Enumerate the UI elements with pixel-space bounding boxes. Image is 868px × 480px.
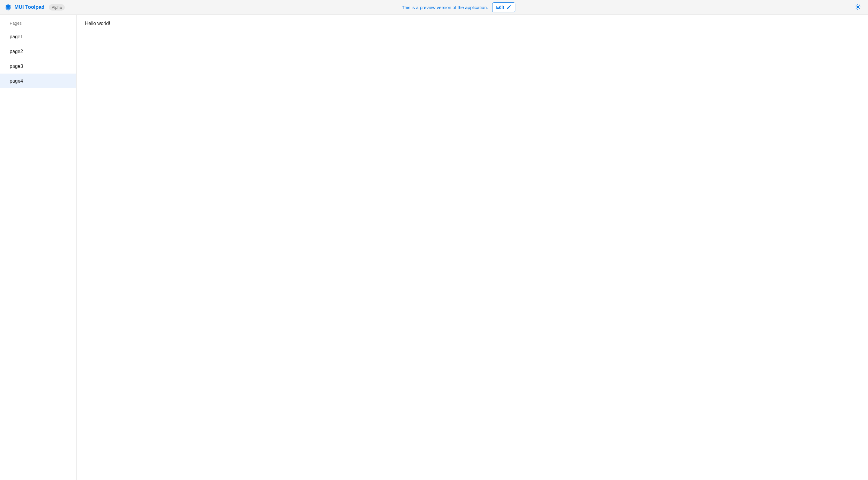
- brand-title: MUI Toolpad: [14, 4, 44, 10]
- svg-line-4: [859, 8, 860, 9]
- sidebar-item-page3[interactable]: page3: [0, 59, 76, 73]
- hello-text: Hello world!: [85, 21, 860, 26]
- preview-message: This is a preview version of the applica…: [402, 5, 488, 10]
- theme-toggle-button[interactable]: [852, 2, 863, 13]
- header: MUI Toolpad Alpha This is a preview vers…: [0, 0, 868, 15]
- main-content: Hello world!: [76, 15, 868, 480]
- edit-button-label: Edit: [496, 5, 504, 10]
- sidebar-item-label: page2: [10, 49, 23, 54]
- header-left: MUI Toolpad Alpha: [5, 4, 65, 10]
- sidebar-section-title: Pages: [0, 19, 76, 29]
- sun-icon: [855, 4, 861, 11]
- alpha-chip: Alpha: [49, 4, 65, 10]
- sidebar: Pages page1 page2 page3 page4: [0, 15, 76, 480]
- svg-line-8: [859, 5, 860, 5]
- sidebar-item-page4[interactable]: page4: [0, 73, 76, 88]
- sidebar-item-label: page4: [10, 79, 23, 84]
- svg-line-3: [856, 5, 856, 5]
- svg-line-7: [856, 8, 856, 9]
- header-center: This is a preview version of the applica…: [65, 2, 852, 12]
- svg-point-0: [857, 6, 859, 8]
- header-right: [852, 2, 863, 13]
- toolpad-logo-icon: [5, 4, 11, 10]
- edit-pencil-icon: [507, 4, 512, 10]
- sidebar-item-label: page3: [10, 64, 23, 69]
- sidebar-item-label: page1: [10, 34, 23, 39]
- sidebar-item-page1[interactable]: page1: [0, 29, 76, 44]
- sidebar-item-page2[interactable]: page2: [0, 44, 76, 59]
- edit-button[interactable]: Edit: [492, 2, 515, 12]
